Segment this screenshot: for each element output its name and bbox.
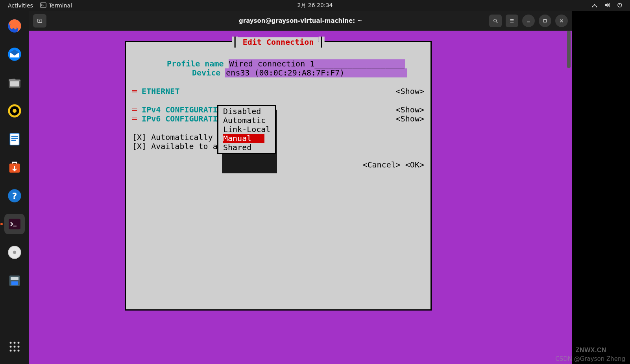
svg-point-33 (10, 350, 12, 352)
terminal-window: grayson@grayson-virtual-machine: ~ Edit … (29, 11, 572, 364)
svg-rect-9 (10, 81, 19, 86)
menu-button[interactable] (506, 15, 518, 27)
terminal-titlebar: grayson@grayson-virtual-machine: ~ (29, 11, 572, 31)
svg-rect-13 (10, 133, 19, 145)
svg-point-29 (18, 342, 20, 344)
svg-point-28 (14, 342, 16, 344)
profile-name-input[interactable]: Wired connection 1___________________ (229, 59, 406, 68)
svg-point-27 (10, 342, 12, 344)
nmtui-dialog: Edit Connection Profile name Wired conne… (125, 41, 432, 311)
device-label: Device (192, 68, 220, 77)
dock-show-apps[interactable] (4, 336, 25, 357)
dock-firefox[interactable] (4, 16, 25, 36)
svg-rect-43 (544, 20, 547, 22)
svg-rect-14 (11, 136, 18, 137)
popup-option-link-local[interactable]: Link-Local (223, 125, 270, 134)
dock-disk[interactable] (4, 242, 25, 263)
activities-button[interactable]: Activities (8, 2, 33, 9)
new-tab-button[interactable] (33, 14, 46, 28)
volume-icon[interactable] (604, 2, 610, 9)
ipv6-section[interactable]: IPv6 CONFIGURATION (142, 114, 227, 123)
ipv4-method-popup: Disabled Automatic Link-Local Manual Sha… (217, 105, 276, 154)
dock-files[interactable] (4, 72, 25, 93)
profile-name-label: Profile name (167, 59, 224, 68)
app-name-label: Terminal (49, 2, 72, 9)
svg-point-35 (18, 350, 20, 352)
search-button[interactable] (489, 15, 502, 27)
svg-point-23 (13, 251, 16, 254)
nmtui-title: Edit Connection (240, 37, 316, 47)
ipv4-section[interactable]: IPv4 CONFIGURATION (142, 105, 227, 114)
ipv4-marker: ═ (132, 105, 142, 114)
dock-ubuntu-software[interactable] (4, 157, 25, 178)
dock-save[interactable] (4, 270, 25, 291)
clock-label[interactable]: 2月 26 20:34 (297, 2, 333, 9)
ok-button[interactable]: <OK> (405, 160, 424, 169)
available-all-checkbox[interactable]: [X] Available to all (132, 142, 227, 151)
popup-option-disabled[interactable]: Disabled (223, 107, 270, 116)
svg-point-30 (10, 346, 12, 348)
current-app-indicator[interactable]: Terminal (40, 2, 72, 9)
ethernet-section[interactable]: ETHERNET (142, 87, 179, 96)
ipv6-marker: ═ (132, 114, 142, 123)
watermark-znwx: ZNWX.CN (576, 347, 606, 354)
terminal-icon (40, 2, 46, 9)
auto-connect-checkbox[interactable]: [X] Automatically co (132, 133, 227, 142)
ipv4-show-button[interactable]: <Show> (396, 105, 424, 114)
network-status-icon[interactable] (591, 2, 598, 9)
svg-rect-25 (11, 277, 18, 280)
ipv6-show-button[interactable]: <Show> (396, 114, 424, 123)
popup-option-manual[interactable]: Manual (223, 134, 264, 143)
dock-thunderbird[interactable] (4, 44, 25, 64)
terminal-body[interactable]: Edit Connection Profile name Wired conne… (29, 31, 572, 364)
dock-help[interactable]: ? (4, 186, 25, 206)
svg-point-31 (14, 346, 16, 348)
svg-line-38 (496, 22, 498, 23)
dock-terminal[interactable] (4, 214, 25, 234)
cancel-button[interactable]: <Cancel> (362, 160, 400, 169)
ethernet-marker: ═ (132, 87, 142, 96)
close-button[interactable] (555, 15, 568, 27)
minimize-button[interactable] (522, 15, 535, 27)
scrollbar-thumb[interactable] (567, 31, 571, 68)
svg-rect-16 (11, 140, 16, 141)
nmtui-title-wrap: Edit Connection (232, 37, 325, 48)
svg-point-32 (18, 346, 20, 348)
terminal-title: grayson@grayson-virtual-machine: ~ (239, 17, 362, 24)
gnome-topbar: Activities Terminal 2月 26 20:34 (0, 0, 630, 11)
ubuntu-dock: ? (0, 11, 29, 364)
maximize-button[interactable] (539, 15, 551, 27)
watermark-csdn: CSDN @Grayson Zheng (555, 355, 625, 362)
svg-text:?: ? (12, 191, 17, 201)
device-input[interactable]: ens33 (00:0C:29:A8:7F:F7) (225, 68, 407, 77)
svg-point-12 (13, 109, 17, 113)
svg-rect-26 (11, 281, 18, 285)
ethernet-show-button[interactable]: <Show> (396, 87, 424, 96)
svg-rect-15 (11, 138, 18, 139)
popup-option-shared[interactable]: Shared (223, 143, 270, 152)
svg-point-34 (14, 350, 16, 352)
svg-rect-20 (9, 219, 20, 230)
dock-libreoffice-writer[interactable] (4, 129, 25, 149)
popup-option-automatic[interactable]: Automatic (223, 116, 270, 125)
power-icon[interactable] (617, 2, 623, 9)
dock-rhythmbox[interactable] (4, 101, 25, 121)
svg-rect-0 (41, 3, 46, 7)
svg-point-37 (494, 19, 497, 22)
